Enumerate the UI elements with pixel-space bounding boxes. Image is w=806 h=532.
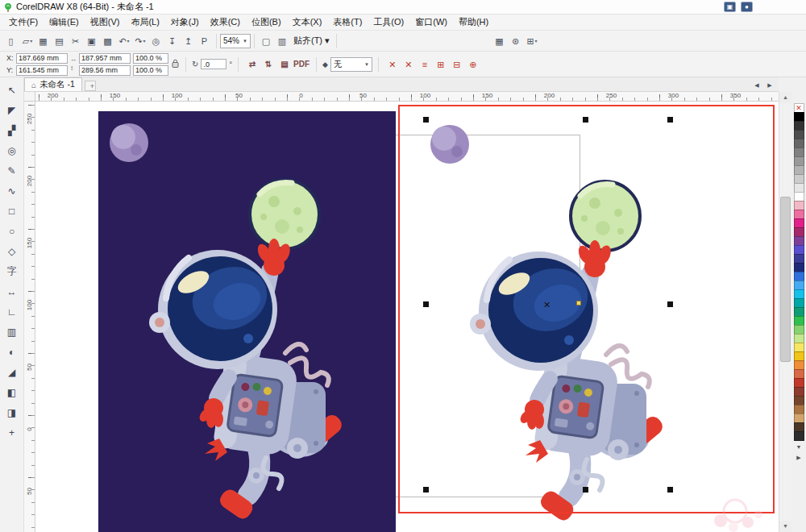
- horizontal-ruler[interactable]: 20015010050050100150200250300350: [35, 92, 779, 102]
- new-tab-button[interactable]: +: [85, 81, 96, 91]
- export-button[interactable]: ↥: [181, 33, 197, 49]
- pick-tool[interactable]: ↖: [2, 81, 22, 99]
- scroll-down-icon[interactable]: ▼: [779, 521, 791, 532]
- selection-handle-top-center[interactable]: [583, 117, 588, 123]
- align-distribute-button[interactable]: ≡: [417, 56, 433, 73]
- menu-item[interactable]: 表格(T): [327, 15, 368, 30]
- text-tool[interactable]: 字: [2, 262, 22, 281]
- mirror-horizontal-button[interactable]: ⇄: [244, 56, 260, 73]
- separator: [378, 57, 379, 72]
- show-rulers-button[interactable]: ▥: [274, 33, 290, 49]
- edit-node-marker[interactable]: [576, 301, 581, 305]
- capture-tool-icon[interactable]: ▣: [724, 2, 736, 12]
- menu-item[interactable]: 工具(O): [368, 15, 409, 30]
- transparency-tool[interactable]: ◐: [2, 343, 22, 361]
- import-button[interactable]: ↧: [164, 33, 181, 49]
- tab-scroll-right-button[interactable]: ▶: [764, 80, 775, 91]
- rotation-angle-field[interactable]: [201, 59, 226, 69]
- dimension-tool[interactable]: ↔: [2, 282, 22, 301]
- shape-tool[interactable]: ◤: [2, 101, 22, 119]
- scroll-up-icon[interactable]: ▲: [779, 92, 791, 103]
- copy-button[interactable]: ▣: [84, 33, 100, 49]
- menu-item[interactable]: 视图(V): [85, 15, 126, 30]
- scrollbar-thumb[interactable]: [780, 197, 791, 362]
- palette-scroll-down-icon[interactable]: ▼: [793, 442, 804, 451]
- y-position-field[interactable]: [16, 65, 68, 76]
- menu-item[interactable]: 编辑(E): [44, 15, 85, 30]
- add-tools-button[interactable]: +: [2, 423, 22, 442]
- menu-item[interactable]: 窗口(W): [409, 15, 453, 30]
- outline-width-combo[interactable]: 无 ▼: [330, 57, 372, 72]
- document-tab[interactable]: ⌂ 未命名 -1: [24, 77, 82, 91]
- selection-handle-top-right[interactable]: [667, 117, 673, 123]
- scale-x-field[interactable]: [133, 53, 168, 64]
- open-button[interactable]: ▱▾: [19, 33, 35, 49]
- selection-handle-bottom-right[interactable]: [667, 487, 673, 493]
- snap-to-combo[interactable]: 贴齐(T) ▾: [290, 34, 333, 48]
- menu-item[interactable]: 帮助(H): [453, 15, 494, 30]
- drop-shadow-tool[interactable]: ▥: [2, 322, 22, 341]
- drawing-canvas[interactable]: ✕: [35, 102, 779, 532]
- rectangle-tool[interactable]: □: [2, 202, 22, 220]
- paste-button[interactable]: ▩: [100, 33, 116, 49]
- application-launcher-button[interactable]: ⊞▾: [524, 33, 540, 49]
- fullscreen-preview-button[interactable]: ▢: [258, 33, 274, 49]
- menu-item[interactable]: 效果(C): [205, 15, 246, 30]
- color-swatch[interactable]: [794, 431, 804, 441]
- vertical-scrollbar[interactable]: ▲ ▼: [779, 92, 791, 532]
- object-height-field[interactable]: [79, 65, 131, 76]
- order-button[interactable]: ⊞: [433, 56, 449, 73]
- menu-item[interactable]: 布局(L): [125, 15, 164, 30]
- record-tool-icon[interactable]: ●: [741, 2, 753, 12]
- ruler-origin-box[interactable]: [24, 92, 35, 102]
- menu-item[interactable]: 对象(J): [165, 15, 205, 30]
- search-content-button[interactable]: ◎: [148, 33, 164, 49]
- group-button[interactable]: ⊟: [449, 56, 465, 73]
- menu-item[interactable]: 文件(F): [3, 15, 44, 30]
- selection-handle-bottom-left[interactable]: [423, 487, 429, 493]
- astronaut-artwork-original[interactable]: [98, 111, 396, 532]
- ruler-label: 100: [146, 92, 208, 100]
- tab-scroll-left-button[interactable]: ◀: [751, 80, 762, 91]
- object-width-field[interactable]: [79, 53, 131, 64]
- palette-flyout-icon[interactable]: ▶: [793, 453, 804, 463]
- polygon-tool[interactable]: ◇: [2, 242, 22, 260]
- new-document-button[interactable]: ▯: [3, 33, 19, 49]
- interactive-fill-tool[interactable]: ◨: [2, 403, 22, 422]
- x-position-field[interactable]: [16, 53, 68, 64]
- ellipse-tool[interactable]: ○: [2, 222, 22, 240]
- lock-ratio-icon[interactable]: [171, 57, 180, 72]
- quick-customize-button[interactable]: ⊕: [465, 56, 481, 73]
- zoom-tool[interactable]: ◎: [2, 141, 22, 160]
- publish-pdf-button[interactable]: P: [197, 33, 213, 49]
- zoom-level-combo[interactable]: 54% ▼: [220, 34, 251, 48]
- save-button[interactable]: ▦: [35, 33, 52, 49]
- scale-y-field[interactable]: [133, 65, 168, 76]
- menu-item[interactable]: 位图(B): [246, 15, 287, 30]
- artistic-media-tool[interactable]: ∿: [2, 181, 22, 200]
- print-button[interactable]: ▤: [52, 33, 68, 49]
- convert-outline-button[interactable]: ✕: [384, 56, 401, 73]
- mirror-vertical-button[interactable]: ⇅: [260, 56, 276, 73]
- freehand-tool[interactable]: ✎: [2, 161, 22, 180]
- menu-item[interactable]: 文本(X): [287, 15, 328, 30]
- options-button[interactable]: ⊛: [508, 33, 524, 49]
- remove-outline-button[interactable]: ✕: [401, 56, 417, 73]
- undo-button[interactable]: ↶▾: [116, 33, 132, 49]
- cut-button[interactable]: ✂: [68, 33, 84, 49]
- show-grid-button[interactable]: ▦: [492, 33, 508, 49]
- fill-tool[interactable]: ◧: [2, 383, 22, 401]
- ruler-label: 100: [24, 301, 35, 310]
- selection-handle-middle-right[interactable]: [667, 301, 673, 307]
- color-eyedropper-tool[interactable]: ◢: [2, 363, 22, 381]
- redo-button[interactable]: ↷▾: [132, 33, 148, 49]
- publish-pdf-button[interactable]: PDF: [293, 56, 310, 73]
- ruler-label: 150: [84, 92, 146, 100]
- selection-handle-top-left[interactable]: [423, 117, 429, 123]
- vertical-ruler[interactable]: 25020015010050050: [24, 102, 35, 532]
- selection-handle-bottom-center[interactable]: [583, 487, 588, 493]
- wrap-text-button[interactable]: ▤: [276, 56, 293, 73]
- connector-tool[interactable]: ∟: [2, 302, 22, 321]
- crop-tool[interactable]: ▞: [2, 121, 22, 139]
- selection-handle-middle-left[interactable]: [423, 301, 429, 307]
